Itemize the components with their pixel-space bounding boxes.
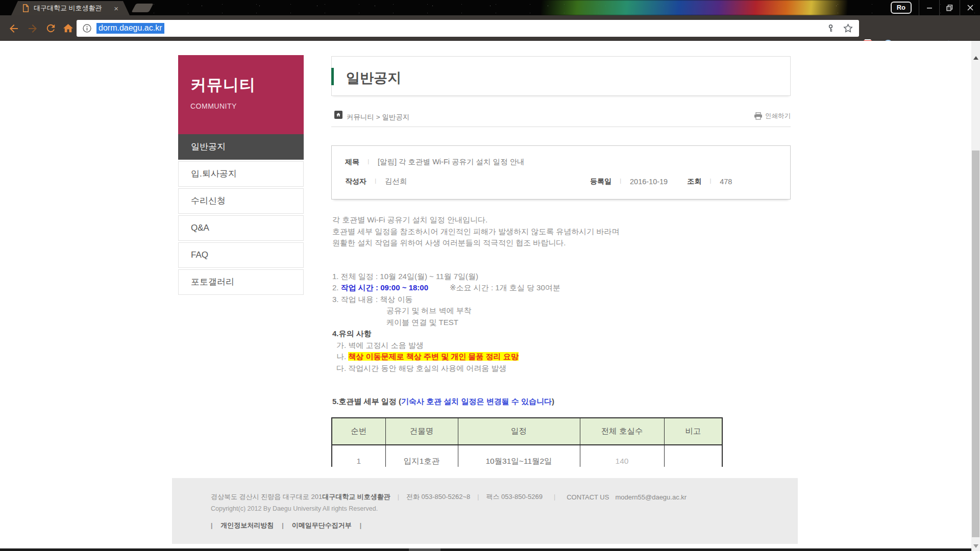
bookmark-star-icon[interactable] <box>843 23 853 33</box>
page-info-icon[interactable] <box>83 24 91 33</box>
body-line: 각 호관별 Wi-Fi 공유기 설치 일정 안내입니다. <box>332 214 791 226</box>
body-line: 가. 벽에 고정시 소음 발생 <box>332 340 791 352</box>
sidebar-item-photo-gallery[interactable]: 포토갤러리 <box>178 269 304 295</box>
footer-address: 경상북도 경산시 진량읍 대구대로 201 <box>211 492 322 502</box>
print-button[interactable]: 인쇄하기 <box>754 112 791 120</box>
col-building: 건물명 <box>385 418 458 445</box>
site-footer: 경상북도 경산시 진량읍 대구대로 201 대구대학교 비호생활관 | 전화 0… <box>172 478 798 544</box>
browser-tab[interactable]: 대구대학교 비호생활관 × <box>11 1 130 15</box>
body-line: 원활한 설치 작업을 위하여 사생 여러분들의 적극적인 협조 바랍니다. <box>332 237 791 249</box>
page-title: 일반공지 <box>346 69 401 87</box>
breadcrumb-row: 커뮤니티 > 일반공지 인쇄하기 <box>331 110 791 127</box>
footer-phone: 전화 053-850-5262~8 <box>406 492 470 502</box>
footer-contact-label: CONTACT US <box>567 493 609 501</box>
window-controls: Ro <box>891 0 980 15</box>
divider: | <box>477 493 479 500</box>
back-icon <box>8 22 20 35</box>
footer-site-name: 대구대학교 비호생활관 <box>322 492 390 502</box>
divider: | <box>282 522 283 529</box>
notice-meta-row: 작성자 ㅣ 김선희 등록일 ㅣ 2016-10-19 조회 ㅣ 478 <box>345 177 778 186</box>
body-line: 케이블 연결 및 TEST <box>332 317 791 329</box>
tab-title: 대구대학교 비호생활관 <box>34 4 111 13</box>
divider: ㅣ <box>707 177 714 186</box>
body-line: 1. 전체 일정 : 10월 24일(월) ~ 11월 7일(월) <box>332 271 791 283</box>
footer-email[interactable]: modern55@daegu.ac.kr <box>615 493 687 501</box>
breadcrumb-home-icon[interactable] <box>334 111 342 119</box>
minimize-icon <box>926 5 933 11</box>
schedule-table-wrapper: 순번 건물명 일정 전체 호실수 비고 1 입지1호관 10월31일~11월2일… <box>331 417 724 467</box>
body-line: 호관별 세부 일정을 참조하시어 개인적인 피해가 발생하지 않도록 유념하시기… <box>332 226 791 238</box>
print-label: 인쇄하기 <box>765 112 791 120</box>
back-button[interactable] <box>8 22 20 35</box>
printer-icon <box>754 112 763 120</box>
footer-links: | 개인정보처리방침 | 이메일무단수집거부 | <box>211 521 798 530</box>
body-line: 나. 책상 이동문제로 책상 주변 및 개인 물품 정리 요망 <box>332 351 791 363</box>
col-schedule: 일정 <box>458 418 580 445</box>
url-bar[interactable]: dorm.daegu.ac.kr <box>77 20 859 37</box>
sidebar-item-movein-notice[interactable]: 입.퇴사공지 <box>178 161 304 187</box>
sidebar-item-general-notice[interactable]: 일반공지 <box>178 134 304 160</box>
password-key-icon[interactable] <box>826 24 835 33</box>
profile-button[interactable]: Ro <box>891 2 912 14</box>
footer-fax: 팩스 053-850-5269 <box>486 492 543 502</box>
divider: ㅣ <box>373 177 379 186</box>
page-scrollbar[interactable] <box>971 41 980 551</box>
cell-schedule: 10월31일~11월2일 <box>458 445 580 467</box>
col-number: 순번 <box>332 418 385 445</box>
reload-button[interactable] <box>45 22 57 35</box>
scrollbar-down-arrow[interactable] <box>973 544 978 548</box>
divider: | <box>398 493 399 500</box>
minimize-button[interactable] <box>919 0 939 15</box>
body-line: 5.호관별 세부 일정 (기숙사 호관 설치 일정은 변경될 수 있습니다) <box>332 396 791 408</box>
tab-close-icon[interactable]: × <box>114 5 118 12</box>
privacy-policy-link[interactable]: 개인정보처리방침 <box>220 521 274 530</box>
notice-author: 김선희 <box>385 177 407 186</box>
body-line: 다. 작업시간 동안 해당 호실의 사용에 어려움 발생 <box>332 363 791 374</box>
scrollbar-thumb[interactable] <box>972 151 979 537</box>
forward-button[interactable] <box>27 22 39 35</box>
reload-icon <box>45 22 57 34</box>
sidebar-item-qna[interactable]: Q&A <box>178 215 304 241</box>
url-text-selected[interactable]: dorm.daegu.ac.kr <box>96 23 164 34</box>
close-button[interactable] <box>960 0 980 15</box>
views-label: 조회 <box>687 177 701 186</box>
work-time-highlight: 작업 시간 : 09:00 ~ 18:00 <box>341 283 428 292</box>
sidebar: 커뮤니티 COMMUNITY 일반공지 입.퇴사공지 수리신청 Q&A FAQ … <box>178 55 304 295</box>
divider: ㅣ <box>618 177 624 186</box>
cell-rooms: 140 <box>580 445 664 467</box>
home-button[interactable] <box>62 22 75 35</box>
footer-copyright: Copyright(c) 2012 By Daegu University Al… <box>211 505 798 512</box>
scrollbar-up-arrow[interactable] <box>973 56 978 60</box>
restore-button[interactable] <box>939 0 960 15</box>
divider: | <box>211 522 212 529</box>
body-line: 3. 작업 내용 : 책상 이동 <box>332 294 791 306</box>
window-titlebar: 대구대학교 비호생활관 × Ro <box>0 0 980 15</box>
notice-subject: [알림] 각 호관별 Wi-Fi 공유기 설치 일정 안내 <box>378 157 525 167</box>
cell-building: 입지1호관 <box>385 445 458 467</box>
title-accent-bar <box>331 68 334 85</box>
notice-date: 2016-10-19 <box>630 178 668 186</box>
email-refusal-link[interactable]: 이메일무단수집거부 <box>292 521 352 530</box>
table-header-row: 순번 건물명 일정 전체 호실수 비고 <box>332 418 722 445</box>
cell-number: 1 <box>332 445 385 467</box>
cell-remarks <box>664 445 722 467</box>
notice-body: 각 호관별 Wi-Fi 공유기 설치 일정 안내입니다. 호관별 세부 일정을 … <box>332 214 791 408</box>
table-row: 1 입지1호관 10월31일~11월2일 140 <box>332 445 722 467</box>
sidebar-item-faq[interactable]: FAQ <box>178 242 304 268</box>
divider: ㅣ <box>365 158 372 166</box>
body-line: 2. 작업 시간 : 09:00 ~ 18:00※소요 시간 : 1개 호실 당… <box>332 282 791 294</box>
new-tab-button[interactable] <box>131 4 153 12</box>
divider: | <box>554 493 555 500</box>
restore-icon <box>946 5 953 11</box>
taskbar-edge-segment <box>409 548 440 551</box>
close-icon <box>967 5 973 11</box>
breadcrumb[interactable]: 커뮤니티 > 일반공지 <box>347 113 409 122</box>
body-line: 4.유의 사항 <box>332 328 791 340</box>
footer-address-line: 경상북도 경산시 진량읍 대구대로 201 대구대학교 비호생활관 | 전화 0… <box>211 492 798 502</box>
notice-views: 478 <box>720 178 732 186</box>
author-label: 작성자 <box>345 177 366 186</box>
sidebar-item-repair-request[interactable]: 수리신청 <box>178 188 304 214</box>
home-icon <box>62 22 74 34</box>
forward-icon <box>27 22 39 35</box>
browser-toolbar: dorm.daegu.ac.kr 1427 <box>0 15 980 41</box>
